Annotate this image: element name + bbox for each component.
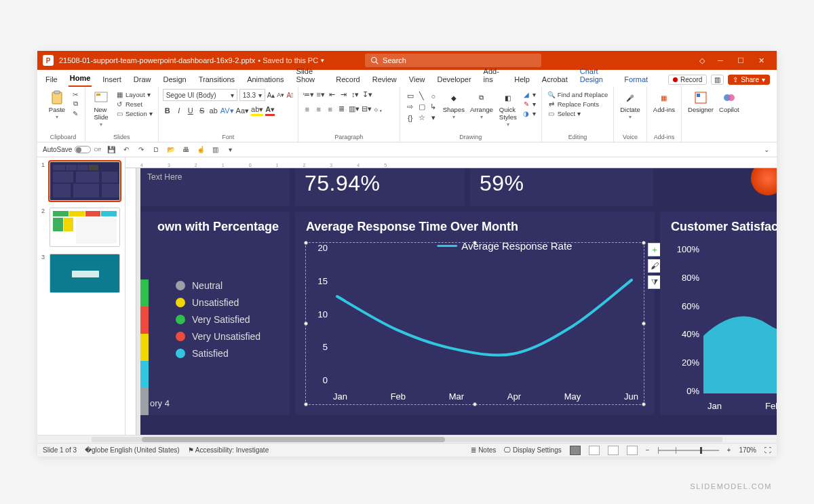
shape-fill-button[interactable]: ◢▾ — [522, 90, 536, 98]
shape-oval-icon[interactable]: ○ — [429, 92, 438, 100]
bold-button[interactable]: B — [163, 106, 172, 115]
italic-button[interactable]: I — [174, 106, 184, 115]
reset-button[interactable]: ↺Reset — [115, 100, 153, 108]
quickprint-icon[interactable]: 🖶 — [181, 145, 191, 155]
align-right-button[interactable]: ≡ — [326, 105, 335, 113]
tab-chart-design[interactable]: Chart Design — [579, 64, 613, 87]
copilot-button[interactable]: Copilot — [717, 89, 741, 115]
minimize-button[interactable]: ─ — [710, 56, 731, 64]
justify-button[interactable]: ≣ — [337, 104, 347, 113]
sorter-view-button[interactable] — [589, 446, 600, 455]
fit-button[interactable]: ⛶ — [764, 446, 771, 454]
shapes-button[interactable]: ◆Shapes▾ — [441, 89, 467, 121]
tab-acrobat[interactable]: Acrobat — [541, 73, 569, 87]
select-button[interactable]: ▭Select ▾ — [547, 109, 608, 117]
layout-button[interactable]: ▦Layout ▾ — [115, 90, 153, 98]
copy-button[interactable]: ⧉ — [71, 100, 79, 108]
highlight-button[interactable]: ab▾ — [251, 105, 263, 116]
chart-response-time[interactable]: ＋ 🖌 ⧩ Average Response Rate 20151050 — [306, 243, 644, 404]
tab-addins[interactable]: Add-ins — [482, 64, 504, 87]
numbering-button[interactable]: ≡▾ — [316, 90, 326, 99]
align-center-button[interactable]: ≡ — [314, 105, 324, 113]
tab-home[interactable]: Home — [69, 71, 92, 87]
indent-dec-button[interactable]: ⇤ — [328, 90, 337, 99]
thumbnail-3[interactable]: 3 — [41, 254, 121, 293]
search-input[interactable]: Search — [365, 54, 541, 67]
horizontal-scrollbar[interactable] — [37, 435, 777, 443]
find-button[interactable]: 🔍Find and Replace — [547, 90, 608, 98]
normal-view-button[interactable] — [570, 446, 581, 455]
tab-insert[interactable]: Insert — [101, 73, 123, 87]
chart-elements-button[interactable]: ＋ — [648, 243, 661, 256]
shadow-button[interactable]: ab — [209, 106, 218, 115]
tab-file[interactable]: File — [44, 73, 59, 87]
shape-star-icon[interactable]: ☆ — [417, 113, 427, 122]
maximize-button[interactable]: ☐ — [731, 56, 751, 65]
dictate-button[interactable]: 🎤Dictate▾ — [618, 89, 642, 121]
tab-animations[interactable]: Animations — [246, 73, 285, 87]
touch-icon[interactable]: ☝ — [196, 145, 206, 155]
zoom-out-button[interactable]: − — [646, 446, 650, 454]
addins-button[interactable]: ▦Add-ins — [651, 89, 677, 115]
columns-button[interactable]: ▥▾ — [349, 104, 360, 113]
clear-formatting-button[interactable]: A⃠ — [286, 92, 293, 99]
char-spacing-button[interactable]: AV▾ — [220, 106, 234, 115]
chart-filters-button[interactable]: ⧩ — [648, 275, 661, 289]
quick-styles-button[interactable]: ◧Quick Styles▾ — [497, 89, 520, 129]
new-slide-button[interactable]: New Slide▾ — [90, 89, 113, 129]
record-button[interactable]: Record — [668, 75, 707, 85]
more-qat-icon[interactable]: ▾ — [226, 145, 235, 155]
close-button[interactable]: ✕ — [751, 56, 771, 65]
shape-more-icon[interactable]: ▾ — [429, 113, 438, 122]
new-file-icon[interactable]: 🗋 — [151, 145, 161, 155]
tab-record[interactable]: Record — [334, 73, 361, 87]
font-size-select[interactable]: 13.3▾ — [239, 89, 265, 101]
paste-button[interactable]: Paste▾ — [45, 89, 69, 121]
zoom-level[interactable]: 170% — [739, 446, 756, 454]
thumbnail-2[interactable]: 2 — [41, 208, 121, 247]
tab-review[interactable]: Review — [371, 73, 398, 87]
tab-developer[interactable]: Developer — [435, 73, 472, 87]
from-beginning-icon[interactable]: ▥ — [211, 145, 220, 155]
format-painter-button[interactable]: ✎ — [71, 109, 79, 117]
indent-inc-button[interactable]: ⇥ — [339, 90, 349, 99]
reading-view-button[interactable] — [608, 446, 619, 455]
language-indicator[interactable]: �globe English (United States) — [85, 446, 180, 454]
bullets-button[interactable]: ≔▾ — [303, 90, 314, 99]
undo-icon[interactable]: ↶ — [121, 145, 131, 155]
smartart-button[interactable]: ⟐▾ — [374, 105, 383, 113]
font-family-select[interactable]: Segoe UI (Body)▾ — [163, 89, 237, 101]
change-case-button[interactable]: Aa▾ — [236, 106, 249, 115]
chart-styles-button[interactable]: 🖌 — [648, 259, 661, 273]
collapse-ribbon-icon[interactable]: ⌄ — [762, 145, 771, 155]
slideshow-view-button[interactable] — [627, 446, 638, 455]
tab-slideshow[interactable]: Slide Show — [295, 64, 326, 87]
tab-view[interactable]: View — [408, 73, 427, 87]
designer-button[interactable]: Designer — [686, 89, 716, 115]
shape-arrow-icon[interactable]: ⇨ — [406, 102, 415, 111]
text-direction-button[interactable]: ↧▾ — [362, 90, 372, 99]
shape-curly-icon[interactable]: {} — [406, 114, 415, 122]
tab-transitions[interactable]: Transitions — [197, 73, 236, 87]
section-button[interactable]: ▭Section ▾ — [115, 109, 153, 117]
thumbnail-1[interactable]: 1 — [41, 161, 121, 201]
align-left-button[interactable]: ≡ — [303, 105, 312, 113]
arrange-button[interactable]: ⧉Arrange▾ — [468, 89, 495, 121]
open-icon[interactable]: 📂 — [166, 145, 176, 155]
autosave-toggle[interactable]: AutoSave Off — [43, 146, 101, 153]
grow-font-button[interactable]: A▴ — [267, 92, 275, 99]
tab-draw[interactable]: Draw — [132, 73, 153, 87]
display-settings-button[interactable]: 🖵 Display Settings — [504, 446, 561, 454]
tab-help[interactable]: Help — [513, 73, 531, 87]
underline-button[interactable]: U — [186, 106, 195, 115]
share-button[interactable]: ⇪ Share ▾ — [728, 75, 770, 85]
tab-design[interactable]: Design — [161, 73, 187, 87]
shrink-font-button[interactable]: A▾ — [277, 92, 284, 98]
redo-icon[interactable]: ↷ — [136, 145, 146, 155]
replace-button[interactable]: ⇄Replace Fonts — [547, 100, 608, 108]
present-dropdown[interactable]: ▥ — [711, 75, 724, 85]
strike-button[interactable]: S — [197, 106, 207, 115]
accessibility-indicator[interactable]: ⚑ Accessibility: Investigate — [188, 446, 269, 454]
shape-outline-button[interactable]: ✎▾ — [522, 100, 536, 108]
chevron-down-icon[interactable]: ▾ — [321, 57, 324, 64]
